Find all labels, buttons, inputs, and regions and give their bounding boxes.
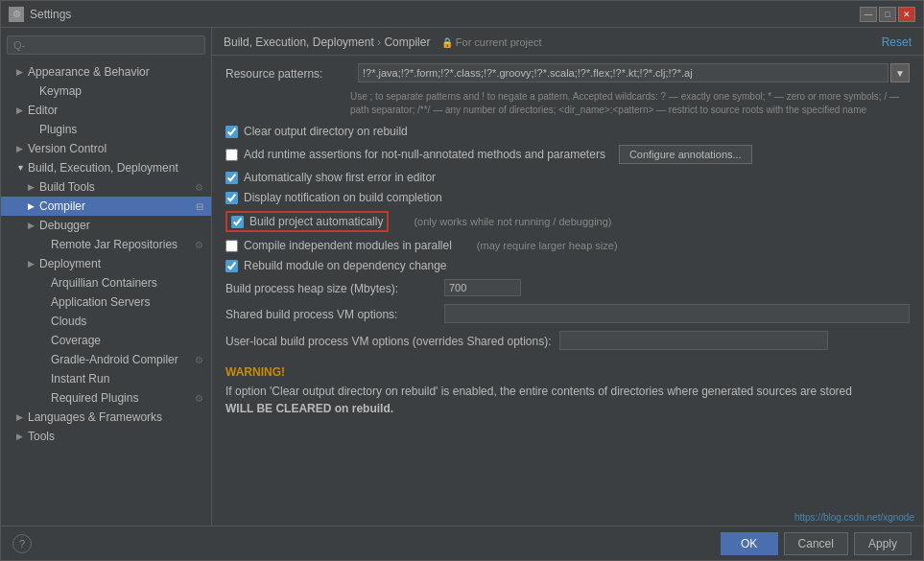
- show-first-error-checkbox[interactable]: [225, 172, 238, 184]
- sidebar-item-build-tools[interactable]: ▶ Build Tools ⚙: [1, 177, 211, 197]
- compile-parallel-checkbox[interactable]: [225, 240, 238, 252]
- sidebar-item-gradle-android[interactable]: ▶ Gradle-Android Compiler ⚙: [1, 350, 211, 369]
- sidebar-item-arquillian[interactable]: ▶ Arquillian Containers: [1, 273, 211, 292]
- heap-size-label: Build process heap size (Mbytes):: [225, 280, 437, 295]
- sidebar-item-build-execution[interactable]: ▼ Build, Execution, Deployment: [1, 158, 211, 177]
- sidebar-item-compiler[interactable]: ▶ Compiler ⊟: [1, 197, 211, 216]
- sidebar-label-required-plugins: Required Plugins: [51, 391, 138, 405]
- sidebar-label-app-servers: Application Servers: [51, 295, 150, 309]
- arrow-open-icon: ▼: [16, 163, 28, 173]
- watermark: https://blog.csdn.net/xgnode: [794, 512, 914, 523]
- sidebar-item-plugins[interactable]: ▶ Plugins: [1, 120, 211, 139]
- rebuild-module-row: Rebuild module on dependency change: [225, 259, 910, 272]
- sidebar-item-editor[interactable]: ▶ Editor: [1, 101, 211, 120]
- app-icon: ⚙: [9, 7, 24, 22]
- sidebar-item-required-plugins[interactable]: ▶ Required Plugins ⚙: [1, 388, 211, 408]
- resource-patterns-input-container: ▼: [358, 63, 910, 82]
- show-first-error-row: Automatically show first error in editor: [225, 171, 910, 184]
- sidebar-item-clouds[interactable]: ▶ Clouds: [1, 312, 211, 331]
- rebuild-module-label: Rebuild module on dependency change: [244, 259, 447, 272]
- build-auto-row: Build project automatically (only works …: [225, 211, 910, 232]
- compile-parallel-label: Compile independent modules in parallel: [244, 239, 452, 252]
- breadcrumb-path: Build, Execution, Deployment: [224, 35, 374, 49]
- sidebar-label-compiler: Compiler: [39, 199, 85, 213]
- sidebar-item-tools[interactable]: ▶ Tools: [1, 427, 211, 446]
- sidebar-item-deployment[interactable]: ▶ Deployment: [1, 254, 211, 273]
- sidebar-label-deployment: Deployment: [39, 257, 101, 270]
- clear-output-checkbox[interactable]: [225, 126, 238, 138]
- apply-button[interactable]: Apply: [854, 532, 912, 555]
- sidebar-item-remote-jar[interactable]: ▶ Remote Jar Repositories ⚙: [1, 235, 211, 254]
- build-auto-label: Build project automatically: [249, 215, 383, 228]
- ok-button[interactable]: OK: [721, 532, 778, 555]
- resource-patterns-input[interactable]: [358, 63, 888, 82]
- resource-patterns-row: Resource patterns: ▼: [225, 63, 910, 82]
- runtime-assertions-checkbox[interactable]: [225, 149, 238, 161]
- build-auto-checkbox[interactable]: [231, 216, 244, 228]
- reset-link[interactable]: Reset: [882, 35, 912, 49]
- shared-vm-label: Shared build process VM options:: [225, 306, 437, 321]
- shared-vm-input[interactable]: [444, 304, 910, 323]
- window-title: Settings: [30, 8, 860, 21]
- resource-patterns-expand-button[interactable]: ▼: [890, 63, 910, 82]
- maximize-button[interactable]: □: [879, 7, 896, 22]
- display-notification-checkbox[interactable]: [225, 192, 238, 204]
- right-panel: Build, Execution, Deployment › Compiler …: [212, 28, 923, 526]
- title-bar: ⚙ Settings — □ ✕: [1, 1, 923, 28]
- sidebar-item-version-control[interactable]: ▶ Version Control: [1, 139, 211, 158]
- sidebar-label-appearance: Appearance & Behavior: [28, 65, 150, 79]
- minimize-button[interactable]: —: [860, 7, 877, 22]
- arrow-icon: ▶: [16, 105, 28, 115]
- heap-size-row: Build process heap size (Mbytes):: [225, 279, 910, 296]
- main-content: ▶ Appearance & Behavior ▶ Keymap ▶ Edito…: [1, 28, 923, 526]
- sidebar-label-editor: Editor: [28, 104, 58, 117]
- clear-output-row: Clear output directory on rebuild: [225, 125, 910, 138]
- config-icon: ⚙: [195, 182, 203, 193]
- sidebar-item-keymap[interactable]: ▶ Keymap: [1, 82, 211, 101]
- sidebar-label-clouds: Clouds: [51, 315, 86, 328]
- arrow-icon: ▶: [16, 67, 28, 77]
- arrow-icon: ▶: [28, 182, 39, 192]
- sidebar-item-languages[interactable]: ▶ Languages & Frameworks: [1, 408, 211, 427]
- sidebar-label-remote-jar: Remote Jar Repositories: [51, 238, 178, 251]
- search-input[interactable]: [7, 35, 205, 55]
- user-local-vm-label: User-local build process VM options (ove…: [225, 333, 552, 348]
- sidebar-item-app-servers[interactable]: ▶ Application Servers: [1, 292, 211, 312]
- arrow-icon: ▶: [28, 221, 39, 230]
- settings-window: ⚙ Settings — □ ✕ ▶ Appearance & Behavior…: [0, 0, 924, 561]
- user-local-vm-row: User-local build process VM options (ove…: [225, 331, 910, 350]
- warning-title: WARNING!: [225, 365, 910, 379]
- cancel-button[interactable]: Cancel: [784, 532, 848, 555]
- sidebar-label-keymap: Keymap: [39, 84, 82, 98]
- shared-vm-row: Shared build process VM options:: [225, 304, 910, 323]
- sidebar-label-languages: Languages & Frameworks: [28, 410, 162, 424]
- compile-parallel-row: Compile independent modules in parallel …: [225, 239, 910, 252]
- compile-parallel-note: (may require larger heap size): [477, 240, 618, 251]
- hint-text: Use ; to separate patterns and ! to nega…: [350, 90, 910, 117]
- window-controls: — □ ✕: [860, 7, 915, 22]
- user-local-vm-input[interactable]: [559, 331, 828, 350]
- sidebar-item-instant-run[interactable]: ▶ Instant Run: [1, 369, 211, 388]
- sidebar-item-coverage[interactable]: ▶ Coverage: [1, 331, 211, 350]
- sidebar-label-arquillian: Arquillian Containers: [51, 276, 157, 290]
- warning-text: If option 'Clear output directory on reb…: [225, 383, 910, 417]
- resource-patterns-label: Resource patterns:: [225, 65, 350, 81]
- warning-text-1: If option 'Clear output directory on reb…: [225, 385, 852, 398]
- panel-body: Resource patterns: ▼ Use ; to separate p…: [212, 56, 923, 526]
- close-button[interactable]: ✕: [898, 7, 915, 22]
- sidebar-item-debugger[interactable]: ▶ Debugger: [1, 216, 211, 235]
- arrow-icon: ▶: [16, 412, 28, 422]
- sidebar-label-plugins: Plugins: [39, 123, 77, 136]
- sidebar-label-coverage: Coverage: [51, 334, 101, 347]
- sidebar-item-appearance[interactable]: ▶ Appearance & Behavior: [1, 62, 211, 82]
- heap-size-input[interactable]: [444, 279, 521, 296]
- show-first-error-label: Automatically show first error in editor: [244, 171, 436, 184]
- warning-text-2: WILL BE CLEARED on rebuild.: [225, 402, 393, 415]
- search-box: [1, 32, 211, 58]
- configure-annotations-button[interactable]: Configure annotations...: [619, 145, 752, 164]
- rebuild-module-checkbox[interactable]: [225, 260, 238, 272]
- clear-output-label: Clear output directory on rebuild: [244, 125, 408, 138]
- build-auto-highlight: Build project automatically: [225, 211, 389, 232]
- breadcrumb-current: Compiler: [384, 35, 430, 49]
- help-button[interactable]: ?: [12, 534, 32, 553]
